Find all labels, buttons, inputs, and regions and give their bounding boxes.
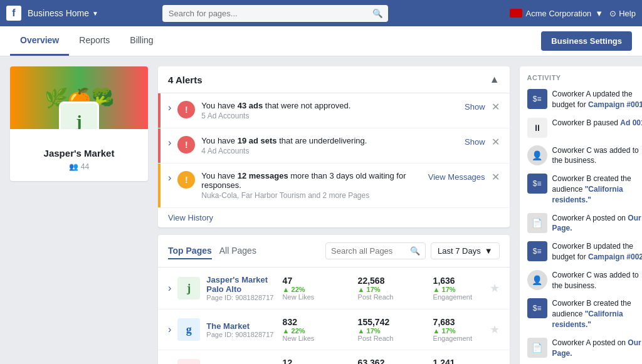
page-row: › g The Market Page ID: 9081828717 832 ▲…: [158, 309, 510, 350]
stat-value: 22,568 ▲ 17%: [358, 276, 408, 293]
star-button[interactable]: ★: [490, 281, 500, 295]
alert-item: › ! You have 43 ads that were not approv…: [158, 93, 510, 128]
tab-billing[interactable]: Billing: [120, 26, 163, 56]
help-icon: ⊙: [609, 9, 616, 18]
stat-engagement: 1,636 ▲ 17% Engagement: [433, 276, 483, 301]
activity-icon: $≡: [527, 174, 547, 194]
activity-link[interactable]: "California residents.": [552, 185, 623, 204]
page-card: 🌿🍊🥦 j Jasper's Market 👥 44: [10, 66, 148, 181]
tab-reports[interactable]: Reports: [69, 26, 120, 56]
view-history-link[interactable]: View History: [168, 213, 213, 222]
activity-item: 👤 Coworker C was added to the business.: [527, 145, 642, 167]
page-row-name[interactable]: JasperOnDemand: [206, 362, 276, 365]
stat-value: 1,241 ▲ 17%: [433, 358, 483, 364]
alert-bar: [158, 128, 160, 163]
activity-link[interactable]: Ad 001.: [620, 118, 642, 127]
alert-subtext: Nuka-Cola, Far Harbor Tourism and 2 more…: [201, 191, 421, 200]
activity-text: Coworker C was added to the business.: [552, 145, 642, 167]
activity-icon: 👤: [527, 145, 547, 165]
star-button[interactable]: ★: [490, 323, 500, 336]
stat-label: New Likes: [283, 335, 333, 342]
activity-icon: $≡: [527, 89, 547, 109]
alert-close-button[interactable]: ✕: [492, 136, 500, 148]
stat-value: 832 ▲ 22%: [283, 317, 333, 335]
activity-item: ⏸ Coworker B paused Ad 001.: [527, 118, 642, 138]
alert-expand-button[interactable]: ›: [168, 102, 171, 113]
stat-post-reach: 63,362 ▲ 17% Post Reach: [358, 358, 408, 364]
search-input[interactable]: [162, 5, 388, 22]
activity-item: $≡ Coworker B created the audience "Cali…: [527, 174, 642, 205]
alert-show-button[interactable]: Show: [465, 102, 485, 112]
activity-item: $≡ Coworker A updated the budget for Cam…: [527, 89, 642, 110]
tab-top-pages[interactable]: Top Pages: [168, 243, 212, 259]
stat-label: Post Reach: [358, 335, 408, 342]
alert-actions: Show ✕: [465, 136, 500, 148]
stat-value: 12 ▲ 22%: [283, 358, 333, 364]
alert-subtext: 5 Ad Accounts: [201, 112, 458, 120]
pages-date-label: Last 7 Days: [438, 246, 481, 256]
activity-link[interactable]: "California residents.": [552, 309, 623, 329]
pages-header-right: 🔍 Last 7 Days ▼: [325, 242, 500, 259]
stat-change: ▲ 17%: [358, 327, 408, 335]
stat-label: Post Reach: [358, 293, 408, 301]
alert-show-button[interactable]: Show: [465, 137, 485, 147]
business-settings-button[interactable]: Business Settings: [541, 31, 632, 51]
activity-text: Coworker C was added to the business.: [552, 270, 642, 291]
stat-change: ▲ 17%: [358, 286, 408, 293]
left-panel: 🌿🍊🥦 j Jasper's Market 👥 44: [10, 66, 148, 364]
alert-text: You have 19 ad sets that are underdelive…: [201, 136, 458, 155]
activity-item: 📄 Coworker A posted on Our Page.: [527, 213, 642, 234]
top-pages-card: Top Pages All Pages 🔍 Last 7 Days ▼ › j: [158, 235, 510, 364]
row-expand-button[interactable]: ›: [168, 283, 171, 294]
tab-overview[interactable]: Overview: [10, 26, 69, 56]
pages-date-caret: ▼: [485, 246, 493, 256]
alerts-collapse-button[interactable]: ▲: [490, 74, 500, 85]
help-label: Help: [619, 9, 636, 18]
view-history: View History: [158, 208, 510, 227]
company-flag: [510, 9, 522, 18]
help-button[interactable]: ⊙ Help: [609, 9, 636, 18]
activity-icon: ⏸: [527, 118, 547, 138]
business-home-label: Business Home: [28, 8, 89, 18]
activity-item: $≡ Coworker B created the audience "Cali…: [527, 298, 642, 330]
alert-expand-button[interactable]: ›: [168, 137, 171, 148]
activity-link[interactable]: Campaign #002.: [588, 252, 642, 261]
row-expand-button[interactable]: ›: [168, 324, 171, 335]
page-row-name[interactable]: Jasper's Market Palo Alto: [206, 275, 276, 294]
alert-close-button[interactable]: ✕: [492, 171, 500, 183]
activity-panel: ACTIVITY $≡ Coworker A updated the budge…: [520, 66, 642, 364]
alerts-title: 4 Alerts: [168, 75, 202, 85]
alert-expand-button[interactable]: ›: [168, 172, 171, 184]
business-home-menu[interactable]: Business Home ▼: [28, 8, 98, 18]
alert-item: › ! You have 12 messages more than 3 day…: [158, 164, 510, 208]
search-pages[interactable]: 🔍: [325, 242, 426, 259]
activity-link[interactable]: Campaign #001.: [588, 100, 642, 109]
page-row: › j Jasper's Market Palo Alto Page ID: 9…: [158, 268, 510, 309]
search-pages-input[interactable]: [331, 246, 406, 256]
alerts-header: 4 Alerts ▲: [158, 66, 510, 93]
company-name: Acme Corporation: [526, 9, 592, 18]
search-button[interactable]: 🔍: [372, 9, 383, 18]
company-selector[interactable]: Acme Corporation ▼: [510, 9, 604, 18]
activity-text: Coworker B paused Ad 001.: [552, 118, 642, 138]
activity-text: Coworker B created the audience "Califor…: [552, 174, 642, 205]
top-nav: f Business Home ▼ 🔍 Acme Corporation ▼ ⊙…: [0, 0, 642, 26]
page-row-info: The Market Page ID: 9081828717: [206, 321, 276, 338]
stat-value: 1,636 ▲ 17%: [433, 276, 483, 293]
view-messages-button[interactable]: View Messages: [428, 172, 485, 182]
company-caret: ▼: [595, 9, 603, 18]
business-home-caret: ▼: [92, 10, 98, 17]
page-thumbnail: J: [177, 359, 200, 364]
activity-icon: 👤: [527, 270, 547, 290]
activity-link[interactable]: Our Page.: [552, 214, 641, 233]
alert-icon: !: [177, 136, 195, 153]
activity-link[interactable]: Our Page.: [552, 338, 641, 358]
alert-text: You have 12 messages more than 3 days ol…: [201, 171, 421, 200]
page-thumbnail: j: [177, 277, 200, 299]
page-row-name[interactable]: The Market: [206, 321, 276, 331]
alerts-card: 4 Alerts ▲ › ! You have 43 ads that were…: [158, 66, 510, 227]
alert-close-button[interactable]: ✕: [492, 101, 500, 113]
tab-all-pages[interactable]: All Pages: [219, 243, 256, 259]
stat-value: 155,742 ▲ 17%: [358, 317, 408, 335]
pages-date-filter[interactable]: Last 7 Days ▼: [431, 242, 500, 259]
